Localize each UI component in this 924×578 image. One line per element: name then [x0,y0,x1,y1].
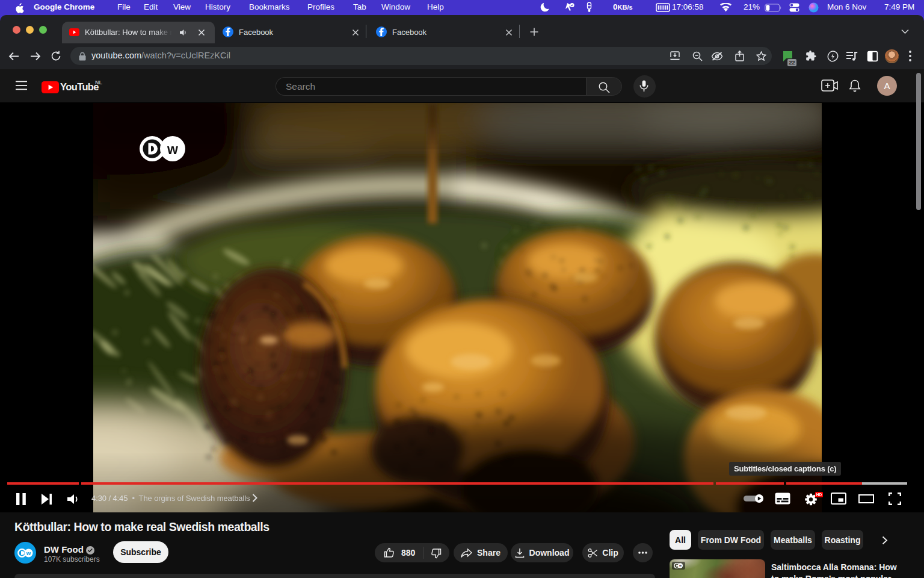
svg-text:w: w [167,141,178,157]
svg-text:HD: HD [816,493,822,497]
svg-text:w: w [679,564,682,567]
svg-text:w: w [26,549,31,556]
svg-text:22: 22 [789,60,795,66]
